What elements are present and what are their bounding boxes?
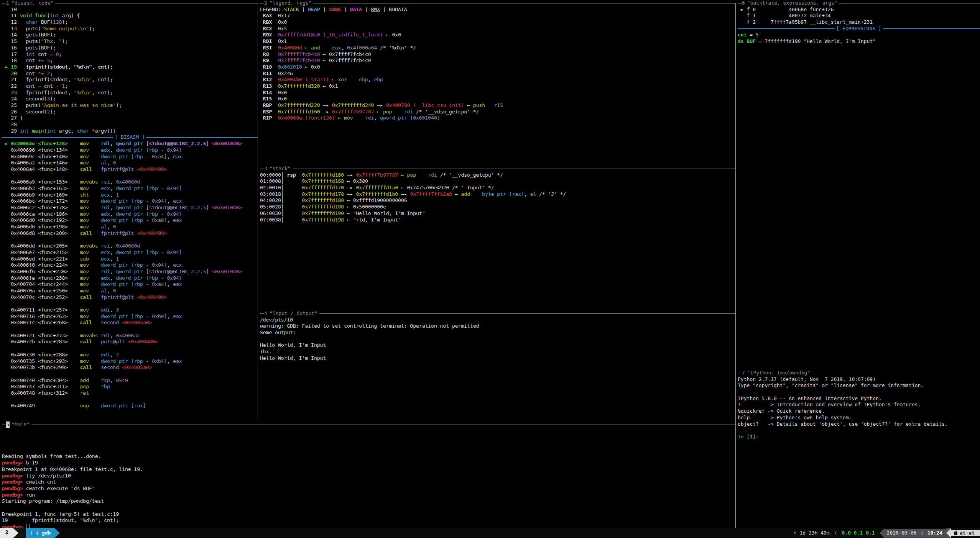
powerline-arrow-icon [54, 528, 65, 538]
pane-title: "IPython: tmp/pwndbg" [745, 370, 812, 376]
pane-border: 6"backtrace, expressions, args" [738, 0, 980, 7]
hostname-badge: at-at [951, 530, 980, 536]
pane-border: 7"IPython: tmp/pwndbg" [738, 370, 980, 376]
border-line [2, 425, 6, 425]
pane-title: "backtrace, expressions, args" [745, 0, 839, 7]
pane-registers[interactable]: 2"legend, regs" LEGEND: STACK | HEAP | C… [258, 0, 735, 166]
pane-number-active: 5 [6, 422, 10, 428]
pane-title: "Input / Output" [268, 310, 319, 317]
pane-title: "Main" [10, 422, 31, 428]
window-index[interactable]: 1 [30, 530, 36, 536]
pane-gdb-main[interactable]: 5"Main" Reading symbols from test...done… [0, 422, 735, 528]
expressions-section-header: [ EXPRESSIONS ] [738, 26, 980, 32]
pane-number: 6 [742, 0, 745, 7]
border-line [293, 169, 735, 169]
border-line [55, 3, 258, 3]
border-line [839, 3, 980, 3]
powerline-arrow-icon [946, 528, 951, 538]
pane-divider-vertical[interactable] [735, 3, 736, 528]
border-line [313, 3, 735, 3]
pane-stack[interactable]: 3"stack" 00:0000│ rsp 0x7fffffffd160 —▸ … [258, 166, 735, 310]
pane-io[interactable]: 4"Input / Output" /dev/pts/10warning: GD… [258, 310, 735, 422]
section-line [883, 28, 980, 29]
clock: 10:24 [927, 529, 946, 538]
pane-number: 3 [264, 166, 268, 172]
border-line [260, 313, 264, 314]
pane-title: "legend, regs" [268, 0, 314, 7]
pane-number: 7 [742, 370, 745, 376]
border-line [2, 3, 6, 3]
pane-ipython[interactable]: 7"IPython: tmp/pwndbg" Python 2.7.17 (de… [736, 370, 980, 528]
border-line [738, 373, 742, 373]
pane-border: 4"Input / Output" [260, 310, 735, 317]
load-average: 0.0 0.1 0.1 [842, 530, 880, 536]
status-left: 2 1❯gdb [0, 528, 65, 538]
border-line [260, 3, 264, 3]
border-line [812, 373, 980, 373]
section-line [2, 137, 113, 138]
session-badge[interactable]: 2 [0, 528, 13, 538]
chevron-right-icon: ❯ [36, 530, 42, 536]
pane-number: 2 [264, 0, 268, 7]
ipython-console[interactable]: Python 2.7.17 (default, Nov 7 2019, 10:0… [738, 376, 980, 440]
stack-listing: 00:0000│ rsp 0x7fffffffd160 —▸ 0x7ffff7b… [260, 172, 735, 223]
pane-backtrace[interactable]: 6"backtrace, expressions, args" ► f 0 40… [736, 0, 980, 370]
chevron-left-icon: ❮ [834, 530, 842, 536]
border-line [319, 313, 735, 314]
border-line [260, 169, 264, 169]
window-name[interactable]: gdb [42, 530, 53, 536]
lock-icon [954, 530, 958, 535]
registers-listing: LEGEND: STACK | HEAP | CODE | DATA | RWX… [260, 7, 735, 121]
border-line [738, 3, 742, 3]
pane-title: "stack" [268, 166, 293, 172]
watch-expressions: cnt = 5ds BUF = 7fffffffd190 "Hello Worl… [738, 32, 980, 44]
powerline-arrow-icon [880, 528, 885, 538]
pane-border: 1"disasm, code" [2, 0, 258, 7]
tmux-status-bar: 2 1❯gdb ↑ 1d 23h 49m ❮ 0.0 0.1 0.1 2020-… [0, 528, 980, 538]
powerline-arrow-icon [13, 528, 24, 538]
hostname: at-at [960, 530, 975, 536]
disassembly-listing: ► 0x40068e <func+126> mov rdi, qword ptr… [2, 141, 258, 409]
uptime-arrow-icon: ↑ [794, 530, 800, 536]
date: 2020-03-06 [885, 529, 921, 538]
pane-number: 1 [6, 0, 10, 7]
program-output: /dev/pts/10warning: GDB: Failed to set c… [260, 317, 735, 362]
section-title: [ DISASM ] [113, 134, 146, 141]
chevron-left-icon: ❮ [921, 529, 927, 538]
gdb-console[interactable]: Reading symbols from test...done.pwndbg>… [2, 428, 735, 528]
disasm-section-header: [ DISASM ] [2, 134, 258, 141]
uptime: 1d 23h 49m [799, 530, 834, 536]
pane-number: 4 [264, 310, 268, 317]
status-right: ↑ 1d 23h 49m ❮ 0.0 0.1 0.1 2020-03-06 ❮ … [794, 528, 980, 538]
pane-border: 5"Main" [2, 422, 735, 428]
section-line [146, 137, 258, 138]
border-line [31, 425, 735, 425]
section-title: [ EXPRESSIONS ] [835, 26, 883, 32]
pane-disasm-code[interactable]: 1"disasm, code" 10 11 void func(int arg)… [0, 0, 258, 422]
pane-divider-vertical[interactable] [258, 3, 258, 422]
pane-border: 3"stack" [260, 166, 735, 172]
section-line [738, 28, 835, 29]
window-tab[interactable]: 1❯gdb [26, 528, 55, 538]
pane-border: 2"legend, regs" [260, 0, 735, 7]
backtrace-frames: ► f 0 40068e func+126 f 1 400772 main+34… [738, 7, 980, 26]
pane-title: "disasm, code" [10, 0, 56, 7]
source-code-listing: 10 11 void func(int arg) { 12 char BUF[1… [2, 7, 258, 134]
